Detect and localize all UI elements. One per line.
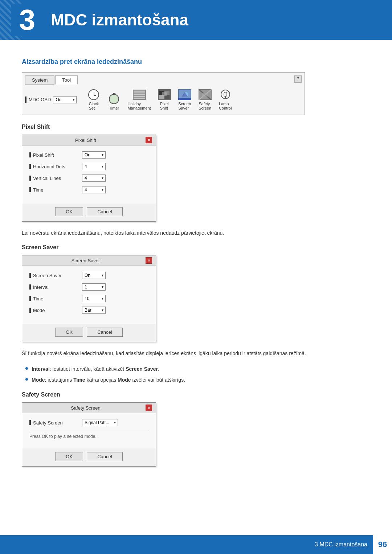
bullet-interval-key: Interval xyxy=(32,366,50,372)
timer-label: Timer xyxy=(109,106,119,110)
pixel-shift-select[interactable]: On Off xyxy=(82,151,106,159)
pixel-shift-row-4: Time 4 1235 xyxy=(29,186,148,193)
safety-screen-close-button[interactable]: ✕ xyxy=(146,405,152,411)
safety-screen-icon-box xyxy=(198,89,212,100)
v-lines-select[interactable]: 4 1235 xyxy=(82,175,106,182)
label-bar xyxy=(29,176,31,181)
safety-screen-select[interactable]: Signal Patt... All WhiteScroll xyxy=(82,419,118,426)
safety-screen-title-bar: Safety Screen ✕ xyxy=(22,403,156,413)
lamp-control-button[interactable]: LampControl xyxy=(216,87,235,112)
bullet-dot xyxy=(25,367,28,370)
safety-screen-value-1: Signal Patt... All WhiteScroll xyxy=(82,419,118,426)
screen-saver-button[interactable]: ScreenSaver xyxy=(175,87,195,112)
safety-screen-dialog: Safety Screen ✕ Safety Screen Signal Pat… xyxy=(22,402,156,467)
h-dots-select-wrapper[interactable]: 4 1235 xyxy=(82,163,106,170)
screen-saver-dialog-body: Screen Saver On Off Interval xyxy=(22,266,156,324)
interval-select-wrapper[interactable]: 1 23 xyxy=(82,283,106,291)
chapter-number-box: 3 xyxy=(11,4,44,36)
screen-saver-ok-button[interactable]: OK xyxy=(55,328,83,337)
mdc-osd-control: MDC OSD On Off xyxy=(25,96,77,103)
safety-screen-dialog-title: Safety Screen xyxy=(26,405,146,411)
pixel-shift-select-wrapper[interactable]: On Off xyxy=(82,151,106,159)
toolbar-row: MDC OSD On Off ClockSet xyxy=(25,87,302,112)
label-bar xyxy=(29,273,31,278)
main-content: Aizsardzība pret ekrāna iededzināšanu Sy… xyxy=(0,40,392,496)
safety-screen-select-wrapper[interactable]: Signal Patt... All WhiteScroll xyxy=(82,419,118,426)
safety-screen-dialog-body: Safety Screen Signal Patt... All WhiteSc… xyxy=(22,413,156,448)
time-select[interactable]: 4 1235 xyxy=(82,186,106,193)
safety-screen-button[interactable]: SafetyScreen xyxy=(195,87,215,112)
tab-system[interactable]: System xyxy=(25,75,54,85)
mode-select[interactable]: Bar PixelFade xyxy=(82,307,106,314)
label-bar xyxy=(29,187,31,192)
safety-screen-ok-button[interactable]: OK xyxy=(55,452,83,461)
lamp-icon-box xyxy=(219,89,232,100)
v-lines-select-wrapper[interactable]: 4 1235 xyxy=(82,175,106,182)
footer-page-number: 96 xyxy=(373,535,392,554)
pixel-shift-heading: Pixel Shift xyxy=(22,124,370,130)
mdc-osd-select-wrapper[interactable]: On Off xyxy=(53,96,77,103)
bullet-dot xyxy=(25,378,28,381)
screen-saver-label-1: Screen Saver xyxy=(29,273,82,278)
pixel-shift-label-1: Pixel Shift xyxy=(29,152,82,158)
safety-screen-icon xyxy=(199,89,212,100)
pixel-shift-icon xyxy=(158,89,171,100)
ss-time-select-wrapper[interactable]: 10 51520 xyxy=(82,295,106,302)
screen-saver-cancel-button[interactable]: Cancel xyxy=(87,328,122,337)
pixel-shift-row-1: Pixel Shift On Off xyxy=(29,151,148,159)
holiday-icon xyxy=(133,90,146,100)
screen-saver-value-4: Bar PixelFade xyxy=(82,307,106,314)
ss-time-select[interactable]: 10 51520 xyxy=(82,295,106,302)
question-mark-button[interactable]: ? xyxy=(294,75,302,83)
screen-saver-heading: Screen Saver xyxy=(22,244,370,251)
bullet-interval: Interval: iestatiet intervālu, kādā akti… xyxy=(25,365,370,374)
bullet-interval-value: Screen Saver xyxy=(126,366,158,372)
pixel-shift-dialog-body: Pixel Shift On Off Horizontal Dots xyxy=(22,145,156,204)
timer-button[interactable]: Timer xyxy=(104,92,124,112)
clock-icon xyxy=(88,89,99,100)
pixel-shift-cancel-button[interactable]: Cancel xyxy=(87,207,122,216)
svg-rect-8 xyxy=(178,98,191,100)
ss-select[interactable]: On Off xyxy=(82,272,106,279)
page-header: 3 MDC izmantošana xyxy=(0,0,392,40)
screen-saver-row-4: Mode Bar PixelFade xyxy=(29,307,148,314)
toolbar-panel: System Tool ? MDC OSD On Off xyxy=(22,72,305,115)
screen-saver-row-1: Screen Saver On Off xyxy=(29,272,148,279)
pixel-shift-row-2: Horizontal Dots 4 1235 xyxy=(29,163,148,170)
screen-saver-label-3: Time xyxy=(29,296,82,301)
screen-saver-dialog: Screen Saver ✕ Screen Saver On Off xyxy=(22,255,156,342)
svg-rect-5 xyxy=(162,92,167,96)
svg-rect-17 xyxy=(224,92,227,97)
screen-saver-close-button[interactable]: ✕ xyxy=(146,257,152,264)
pixel-shift-button[interactable]: PixelShift xyxy=(155,87,174,112)
footer-text: 3 MDC izmantošana xyxy=(315,541,373,548)
safety-screen-row-1: Safety Screen Signal Patt... All WhiteSc… xyxy=(29,419,148,426)
timer-icon xyxy=(109,94,119,104)
mdc-osd-select[interactable]: On Off xyxy=(53,96,77,103)
page-footer: 3 MDC izmantošana 96 xyxy=(0,535,392,554)
pixel-shift-ok-button[interactable]: OK xyxy=(55,207,83,216)
lamp-label: LampControl xyxy=(219,102,232,110)
clock-set-button[interactable]: ClockSet xyxy=(84,87,103,112)
pixel-shift-value-4: 4 1235 xyxy=(82,186,106,193)
pixel-shift-body-text: Lai novērstu ekrāna iededzināšanu, notei… xyxy=(22,229,348,237)
section-heading: Aizsardzība pret ekrāna iededzināšanu xyxy=(22,58,370,66)
clock-icon-box xyxy=(87,89,101,100)
holiday-label: HolidayManagement xyxy=(127,102,151,110)
pixel-shift-close-button[interactable]: ✕ xyxy=(146,137,152,143)
svg-rect-15 xyxy=(202,93,208,97)
tab-tool[interactable]: Tool xyxy=(55,75,78,85)
page-title: MDC izmantošana xyxy=(51,11,188,29)
label-bar xyxy=(29,420,31,425)
safety-screen-cancel-button[interactable]: Cancel xyxy=(87,452,122,461)
mdc-osd-label: MDC OSD xyxy=(29,97,51,102)
time-select-wrapper[interactable]: 4 1235 xyxy=(82,186,106,193)
ss-select-wrapper[interactable]: On Off xyxy=(82,272,106,279)
screen-saver-value-1: On Off xyxy=(82,272,106,279)
interval-select[interactable]: 1 23 xyxy=(82,283,106,291)
mode-select-wrapper[interactable]: Bar PixelFade xyxy=(82,307,106,314)
holiday-button[interactable]: HolidayManagement xyxy=(124,87,154,112)
pixel-shift-label-2: Horizontal Dots xyxy=(29,164,82,169)
screen-saver-footer: OK Cancel xyxy=(22,324,156,342)
h-dots-select[interactable]: 4 1235 xyxy=(82,163,106,170)
